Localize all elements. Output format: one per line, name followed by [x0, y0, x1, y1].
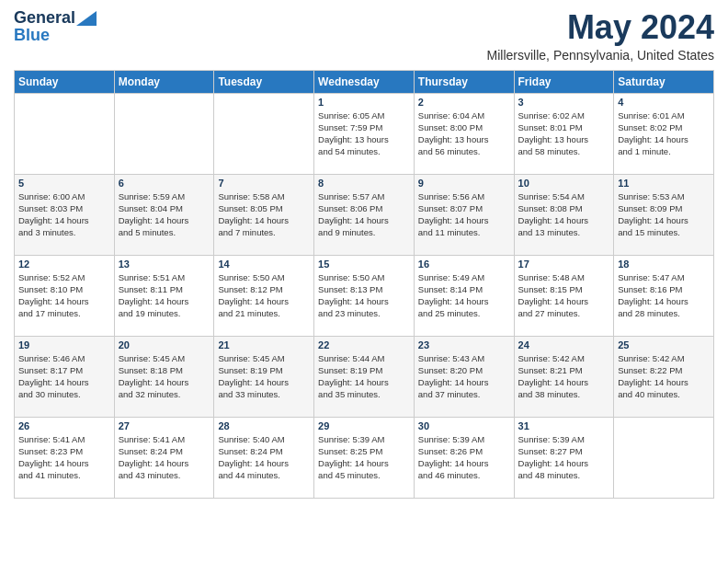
calendar-cell: 12Sunrise: 5:52 AM Sunset: 8:10 PM Dayli…: [15, 255, 115, 336]
calendar-cell: [214, 93, 314, 174]
calendar-cell: 13Sunrise: 5:51 AM Sunset: 8:11 PM Dayli…: [114, 255, 214, 336]
day-number: 30: [418, 420, 510, 431]
day-info: Sunrise: 5:59 AM Sunset: 8:04 PM Dayligh…: [119, 190, 210, 239]
calendar-cell: 18Sunrise: 5:47 AM Sunset: 8:16 PM Dayli…: [614, 255, 714, 336]
day-info: Sunrise: 5:45 AM Sunset: 8:19 PM Dayligh…: [218, 352, 310, 401]
day-info: Sunrise: 6:05 AM Sunset: 7:59 PM Dayligh…: [318, 109, 410, 158]
day-number: 8: [318, 178, 410, 189]
day-info: Sunrise: 5:58 AM Sunset: 8:05 PM Dayligh…: [218, 190, 310, 239]
calendar-cell: 21Sunrise: 5:45 AM Sunset: 8:19 PM Dayli…: [214, 336, 314, 417]
calendar-cell: 8Sunrise: 5:57 AM Sunset: 8:06 PM Daylig…: [314, 174, 415, 255]
day-info: Sunrise: 6:02 AM Sunset: 8:01 PM Dayligh…: [518, 109, 610, 158]
day-number: 10: [518, 178, 610, 189]
svg-marker-0: [76, 11, 97, 26]
day-number: 22: [318, 339, 410, 350]
day-number: 17: [518, 259, 610, 270]
day-info: Sunrise: 5:40 AM Sunset: 8:24 PM Dayligh…: [218, 433, 310, 482]
day-number: 11: [618, 178, 710, 189]
calendar-cell: 16Sunrise: 5:49 AM Sunset: 8:14 PM Dayli…: [414, 255, 514, 336]
week-row-3: 12Sunrise: 5:52 AM Sunset: 8:10 PM Dayli…: [15, 255, 714, 336]
calendar-cell: 4Sunrise: 6:01 AM Sunset: 8:02 PM Daylig…: [614, 93, 714, 174]
day-header-thursday: Thursday: [414, 70, 514, 93]
week-row-2: 5Sunrise: 6:00 AM Sunset: 8:03 PM Daylig…: [15, 174, 714, 255]
calendar-cell: 20Sunrise: 5:45 AM Sunset: 8:18 PM Dayli…: [114, 336, 214, 417]
day-info: Sunrise: 5:44 AM Sunset: 8:19 PM Dayligh…: [318, 352, 410, 401]
day-number: 6: [119, 178, 210, 189]
day-number: 26: [18, 420, 110, 431]
day-number: 27: [119, 420, 210, 431]
day-number: 25: [618, 339, 710, 350]
day-info: Sunrise: 5:53 AM Sunset: 8:09 PM Dayligh…: [618, 190, 710, 239]
day-number: 18: [618, 259, 710, 270]
day-number: 29: [318, 420, 410, 431]
calendar-cell: 23Sunrise: 5:43 AM Sunset: 8:20 PM Dayli…: [414, 336, 514, 417]
calendar-cell: 11Sunrise: 5:53 AM Sunset: 8:09 PM Dayli…: [614, 174, 714, 255]
calendar-cell: 29Sunrise: 5:39 AM Sunset: 8:25 PM Dayli…: [314, 417, 415, 498]
day-number: 14: [218, 259, 310, 270]
day-header-tuesday: Tuesday: [214, 70, 314, 93]
calendar-cell: 9Sunrise: 5:56 AM Sunset: 8:07 PM Daylig…: [414, 174, 514, 255]
calendar-cell: 1Sunrise: 6:05 AM Sunset: 7:59 PM Daylig…: [314, 93, 415, 174]
calendar-cell: 7Sunrise: 5:58 AM Sunset: 8:05 PM Daylig…: [214, 174, 314, 255]
calendar-cell: 3Sunrise: 6:02 AM Sunset: 8:01 PM Daylig…: [514, 93, 614, 174]
day-info: Sunrise: 5:39 AM Sunset: 8:26 PM Dayligh…: [418, 433, 510, 482]
day-info: Sunrise: 5:42 AM Sunset: 8:22 PM Dayligh…: [618, 352, 710, 401]
day-info: Sunrise: 6:01 AM Sunset: 8:02 PM Dayligh…: [618, 109, 710, 158]
logo-blue: Blue: [14, 26, 50, 45]
day-number: 19: [18, 339, 110, 350]
day-number: 24: [518, 339, 610, 350]
calendar-cell: 6Sunrise: 5:59 AM Sunset: 8:04 PM Daylig…: [114, 174, 214, 255]
calendar-cell: 28Sunrise: 5:40 AM Sunset: 8:24 PM Dayli…: [214, 417, 314, 498]
header: General Blue May 2024 Millersville, Penn…: [14, 9, 714, 63]
calendar-cell: 14Sunrise: 5:50 AM Sunset: 8:12 PM Dayli…: [214, 255, 314, 336]
day-info: Sunrise: 5:57 AM Sunset: 8:06 PM Dayligh…: [318, 190, 410, 239]
calendar-cell: 30Sunrise: 5:39 AM Sunset: 8:26 PM Dayli…: [414, 417, 514, 498]
calendar-table: SundayMondayTuesdayWednesdayThursdayFrid…: [14, 70, 714, 499]
week-row-4: 19Sunrise: 5:46 AM Sunset: 8:17 PM Dayli…: [15, 336, 714, 417]
day-info: Sunrise: 6:00 AM Sunset: 8:03 PM Dayligh…: [18, 190, 110, 239]
day-info: Sunrise: 5:54 AM Sunset: 8:08 PM Dayligh…: [518, 190, 610, 239]
header-row: SundayMondayTuesdayWednesdayThursdayFrid…: [15, 70, 714, 93]
calendar-cell: 25Sunrise: 5:42 AM Sunset: 8:22 PM Dayli…: [614, 336, 714, 417]
calendar-cell: 31Sunrise: 5:39 AM Sunset: 8:27 PM Dayli…: [514, 417, 614, 498]
day-number: 28: [218, 420, 310, 431]
day-info: Sunrise: 5:45 AM Sunset: 8:18 PM Dayligh…: [119, 352, 210, 401]
day-info: Sunrise: 5:51 AM Sunset: 8:11 PM Dayligh…: [119, 271, 210, 320]
title-area: May 2024 Millersville, Pennsylvania, Uni…: [487, 9, 714, 63]
day-info: Sunrise: 5:39 AM Sunset: 8:27 PM Dayligh…: [518, 433, 610, 482]
calendar-cell: 15Sunrise: 5:50 AM Sunset: 8:13 PM Dayli…: [314, 255, 415, 336]
day-number: 23: [418, 339, 510, 350]
calendar-cell: 26Sunrise: 5:41 AM Sunset: 8:23 PM Dayli…: [15, 417, 115, 498]
day-header-saturday: Saturday: [614, 70, 714, 93]
day-info: Sunrise: 5:41 AM Sunset: 8:23 PM Dayligh…: [18, 433, 110, 482]
day-header-wednesday: Wednesday: [314, 70, 415, 93]
day-number: 2: [418, 97, 510, 108]
day-header-monday: Monday: [114, 70, 214, 93]
calendar-cell: 22Sunrise: 5:44 AM Sunset: 8:19 PM Dayli…: [314, 336, 415, 417]
week-row-5: 26Sunrise: 5:41 AM Sunset: 8:23 PM Dayli…: [15, 417, 714, 498]
calendar-cell: 19Sunrise: 5:46 AM Sunset: 8:17 PM Dayli…: [15, 336, 115, 417]
day-info: Sunrise: 5:41 AM Sunset: 8:24 PM Dayligh…: [119, 433, 210, 482]
day-info: Sunrise: 5:47 AM Sunset: 8:16 PM Dayligh…: [618, 271, 710, 320]
day-header-sunday: Sunday: [15, 70, 115, 93]
calendar-cell: 10Sunrise: 5:54 AM Sunset: 8:08 PM Dayli…: [514, 174, 614, 255]
day-info: Sunrise: 5:46 AM Sunset: 8:17 PM Dayligh…: [18, 352, 110, 401]
day-number: 12: [18, 259, 110, 270]
day-number: 1: [318, 97, 410, 108]
logo: General Blue: [14, 9, 97, 45]
day-info: Sunrise: 5:52 AM Sunset: 8:10 PM Dayligh…: [18, 271, 110, 320]
day-number: 5: [18, 178, 110, 189]
day-number: 16: [418, 259, 510, 270]
day-info: Sunrise: 5:56 AM Sunset: 8:07 PM Dayligh…: [418, 190, 510, 239]
day-info: Sunrise: 5:49 AM Sunset: 8:14 PM Dayligh…: [418, 271, 510, 320]
calendar-cell: 24Sunrise: 5:42 AM Sunset: 8:21 PM Dayli…: [514, 336, 614, 417]
calendar-cell: [614, 417, 714, 498]
calendar-cell: 2Sunrise: 6:04 AM Sunset: 8:00 PM Daylig…: [414, 93, 514, 174]
day-info: Sunrise: 5:39 AM Sunset: 8:25 PM Dayligh…: [318, 433, 410, 482]
calendar-cell: 17Sunrise: 5:48 AM Sunset: 8:15 PM Dayli…: [514, 255, 614, 336]
calendar-cell: 27Sunrise: 5:41 AM Sunset: 8:24 PM Dayli…: [114, 417, 214, 498]
calendar-cell: [15, 93, 115, 174]
calendar-cell: 5Sunrise: 6:00 AM Sunset: 8:03 PM Daylig…: [15, 174, 115, 255]
day-info: Sunrise: 5:42 AM Sunset: 8:21 PM Dayligh…: [518, 352, 610, 401]
day-header-friday: Friday: [514, 70, 614, 93]
